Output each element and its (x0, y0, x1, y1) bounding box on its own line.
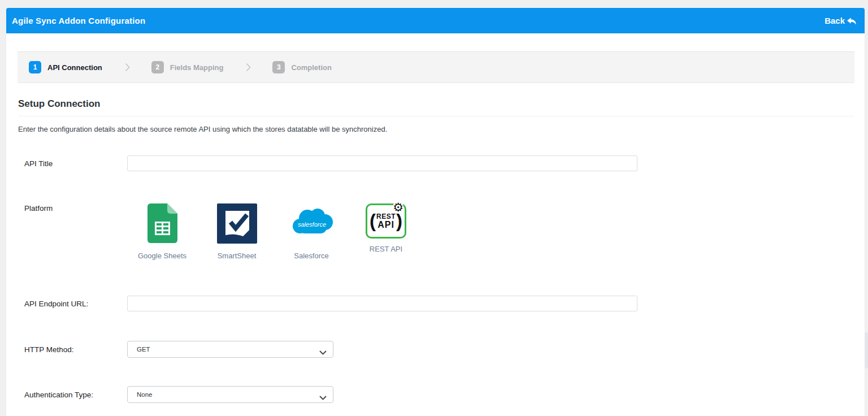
auth-type-label: Authentication Type: (24, 391, 127, 399)
google-sheets-icon (147, 203, 177, 244)
chevron-right-icon (125, 63, 130, 72)
http-method-label: HTTP Method: (24, 345, 127, 354)
auth-type-select[interactable]: None (127, 386, 333, 403)
chevron-right-icon (246, 63, 251, 72)
platform-option-label: SmartSheet (218, 252, 257, 260)
salesforce-icon: salesforce (289, 203, 333, 244)
step-3-badge: 3 (272, 61, 285, 73)
api-title-label: API Title (24, 159, 127, 168)
back-arrow-icon (847, 16, 857, 25)
gear-icon: ⚙ (393, 201, 403, 213)
api-title-row: API Title (24, 155, 865, 171)
section-description: Enter the configuration details about th… (18, 125, 853, 133)
step-2-label: Fields Mapping (170, 63, 224, 72)
step-fields-mapping[interactable]: 2 Fields Mapping (151, 61, 224, 73)
back-button-label: Back (824, 16, 845, 25)
endpoint-url-row: API Endpoint URL: (24, 296, 865, 311)
rest-paren-right: ) (396, 211, 402, 230)
platform-option-rest-api[interactable]: ( REST API ) ⚙ REST API (357, 203, 415, 260)
endpoint-url-label: API Endpoint URL: (24, 300, 127, 308)
step-completion[interactable]: 3 Completion (272, 61, 332, 73)
page-title: Agile Sync Addon Configuration (12, 16, 145, 25)
platform-options: Google Sheets SmartSheet (133, 203, 431, 260)
platform-option-label: Salesforce (294, 252, 328, 260)
http-method-row: HTTP Method: GET (24, 341, 865, 358)
step-1-label: API Connection (47, 63, 102, 72)
section-title: Setup Connection (18, 98, 853, 110)
svg-text:salesforce: salesforce (298, 221, 326, 228)
connection-form: API Title Platform (6, 155, 865, 403)
platform-row: Platform (24, 203, 865, 260)
panel-header: Agile Sync Addon Configuration Back (6, 8, 865, 33)
platform-option-salesforce[interactable]: salesforce Salesforce (282, 203, 341, 260)
endpoint-url-input[interactable] (127, 296, 637, 311)
platform-label: Platform (24, 203, 127, 213)
step-2-badge: 2 (151, 61, 164, 73)
auth-type-row: Authentication Type: None (24, 386, 865, 403)
step-wizard: 1 API Connection 2 Fields Mapping 3 Comp… (18, 51, 854, 83)
divider (18, 116, 854, 116)
step-api-connection[interactable]: 1 API Connection (29, 61, 102, 73)
platform-option-google-sheets[interactable]: Google Sheets (133, 203, 192, 260)
platform-option-label: Google Sheets (138, 252, 186, 260)
scrollbar-thumb[interactable] (865, 332, 868, 369)
rest-api-icon: ( REST API ) ⚙ (366, 203, 406, 239)
http-method-select[interactable]: GET (127, 341, 333, 358)
step-1-badge: 1 (29, 61, 41, 73)
config-panel: Agile Sync Addon Configuration Back 1 AP… (6, 8, 865, 416)
step-3-label: Completion (291, 63, 332, 72)
smartsheet-icon (217, 203, 257, 244)
api-word: API (377, 220, 394, 230)
rest-paren-left: ( (370, 211, 376, 230)
platform-option-smartsheet[interactable]: SmartSheet (207, 203, 266, 260)
back-button[interactable]: Back (824, 16, 857, 25)
api-title-input[interactable] (127, 155, 637, 171)
platform-option-label: REST API (370, 245, 402, 253)
